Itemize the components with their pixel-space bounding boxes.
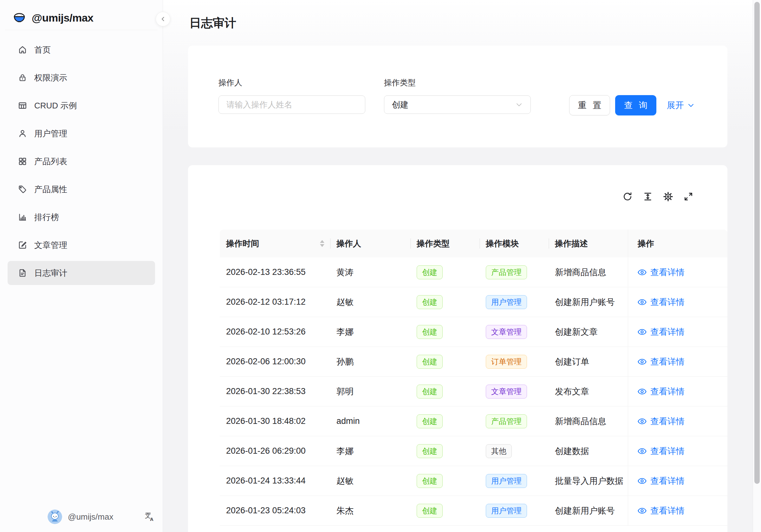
cell-type: 创建 [410, 377, 479, 406]
table-row: 2026-02-10 12:53:26 李娜 创建 文章管理 创建新文章 查看详… [220, 317, 728, 347]
eye-icon [638, 268, 647, 277]
table-row: 2026-02-12 03:17:12 赵敏 创建 用户管理 创建新用户账号 查… [220, 287, 728, 317]
view-details-link[interactable]: 查看详情 [638, 445, 684, 457]
sidebar-item-users[interactable]: 用户管理 [8, 121, 155, 146]
cell-module: 用户管理 [479, 466, 549, 496]
sidebar-item-products[interactable]: 产品列表 [8, 149, 155, 173]
sort-carets-icon[interactable] [320, 240, 324, 247]
column-header-action: 操作 [628, 230, 728, 258]
view-details-link[interactable]: 查看详情 [638, 266, 684, 278]
view-details-link[interactable]: 查看详情 [638, 416, 684, 427]
sidebar-item-label: 产品属性 [34, 184, 67, 195]
cell-type: 创建 [410, 258, 479, 287]
cell-action: 查看详情 [628, 436, 728, 466]
sidebar-item-label: 排行榜 [34, 212, 59, 223]
cell-action: 查看详情 [628, 287, 728, 317]
audit-log-table: 操作时间 操作人 操作类型 操作模块 操作描述 操作 2026-02-13 23… [220, 230, 728, 526]
chevron-left-icon [160, 16, 166, 22]
user-icon [18, 129, 27, 138]
query-button[interactable]: 查 询 [615, 95, 656, 115]
view-details-link[interactable]: 查看详情 [638, 386, 684, 397]
reload-icon[interactable] [623, 192, 632, 201]
sidebar-item-permission[interactable]: 权限演示 [8, 66, 155, 90]
filter-card: 操作人 操作类型 创建 重 置 查 询 展开 [188, 46, 728, 148]
sidebar-item-attributes[interactable]: 产品属性 [8, 177, 155, 201]
sidebar: @umijs/max 首页 权限演示 [0, 0, 163, 532]
cell-operator: 朱杰 [330, 496, 410, 525]
sidebar-item-home[interactable]: 首页 [8, 38, 155, 62]
lock-icon [18, 73, 27, 83]
footer-user-name: @umijs/max [68, 512, 139, 522]
module-tag: 产品管理 [486, 414, 527, 428]
density-icon[interactable] [643, 192, 653, 201]
sidebar-item-label: 产品列表 [34, 156, 67, 167]
eye-icon [638, 417, 647, 426]
cell-time: 2026-02-12 03:17:12 [220, 287, 330, 317]
cell-operator: 赵敏 [330, 287, 410, 317]
column-header-operator: 操作人 [330, 230, 410, 258]
cell-type: 创建 [410, 347, 479, 376]
app-title: @umijs/max [32, 12, 93, 24]
settings-gear-icon[interactable] [663, 192, 673, 201]
column-header-type: 操作类型 [410, 230, 479, 258]
sidebar-item-ranking[interactable]: 排行榜 [8, 205, 155, 229]
view-details-link[interactable]: 查看详情 [638, 475, 684, 487]
reset-button[interactable]: 重 置 [569, 95, 610, 115]
type-tag: 创建 [417, 414, 443, 428]
cell-module: 产品管理 [479, 406, 549, 436]
sidebar-item-label: 首页 [34, 44, 51, 55]
main-content: 日志审计 操作人 操作类型 创建 重 置 查 询 展开 [163, 0, 761, 532]
eye-icon [638, 357, 647, 366]
table-row: 2026-01-24 13:33:44 赵敏 创建 用户管理 批量导入用户数据 … [220, 466, 728, 496]
sidebar-item-crud[interactable]: CRUD 示例 [8, 93, 155, 118]
cell-operator: 李娜 [330, 317, 410, 346]
cell-module: 用户管理 [479, 287, 549, 317]
table-row: 2026-02-13 23:36:55 黄涛 创建 产品管理 新增商品信息 查看… [220, 258, 728, 287]
type-tag: 创建 [417, 325, 443, 339]
type-tag: 创建 [417, 355, 443, 369]
cell-type: 创建 [410, 287, 479, 317]
expand-toggle[interactable]: 展开 [667, 95, 695, 115]
fullscreen-icon[interactable] [684, 192, 693, 201]
sidebar-item-audit-log[interactable]: 日志审计 [8, 261, 155, 285]
view-details-link[interactable]: 查看详情 [638, 356, 684, 368]
cell-desc: 新增商品信息 [549, 258, 628, 287]
app-logo: @umijs/max [0, 0, 163, 27]
type-tag: 创建 [417, 266, 443, 279]
table-row: 2026-02-06 12:00:30 孙鹏 创建 订单管理 创建订单 查看详情 [220, 347, 728, 377]
column-header-time[interactable]: 操作时间 [220, 230, 330, 258]
table-icon [18, 101, 27, 110]
cell-time: 2026-02-10 12:53:26 [220, 317, 330, 346]
eye-icon [638, 387, 647, 396]
cell-type: 创建 [410, 317, 479, 346]
cell-operator: 李娜 [330, 436, 410, 466]
sidebar-collapse-button[interactable] [156, 12, 170, 26]
cell-operator: 孙鹏 [330, 347, 410, 376]
view-details-link[interactable]: 查看详情 [638, 326, 684, 338]
operator-input-wrap [218, 95, 365, 114]
cell-time: 2026-01-24 13:33:44 [220, 466, 330, 496]
operator-label: 操作人 [218, 77, 365, 88]
sidebar-item-label: 日志审计 [34, 267, 67, 279]
operator-input[interactable] [226, 100, 357, 110]
file-icon [18, 268, 27, 278]
translate-icon[interactable]: 文 A [144, 511, 155, 522]
type-select[interactable]: 创建 [384, 95, 531, 114]
scrollbar-thumb[interactable] [754, 2, 760, 484]
cell-time: 2026-02-06 12:00:30 [220, 347, 330, 376]
cell-operator: 黄涛 [330, 258, 410, 287]
chevron-down-icon [515, 101, 523, 108]
user-avatar[interactable] [48, 509, 62, 524]
appstore-icon [18, 157, 27, 166]
view-details-link[interactable]: 查看详情 [638, 296, 684, 308]
sidebar-item-articles[interactable]: 文章管理 [8, 233, 155, 257]
cell-action: 查看详情 [628, 496, 728, 525]
eye-icon [638, 447, 647, 455]
type-label: 操作类型 [384, 77, 531, 88]
cell-module: 用户管理 [479, 496, 549, 525]
cell-time: 2026-01-30 18:48:02 [220, 406, 330, 436]
module-tag: 文章管理 [486, 325, 527, 339]
eye-icon [638, 506, 647, 515]
view-details-link[interactable]: 查看详情 [638, 505, 684, 516]
cell-time: 2026-01-30 22:38:53 [220, 377, 330, 406]
